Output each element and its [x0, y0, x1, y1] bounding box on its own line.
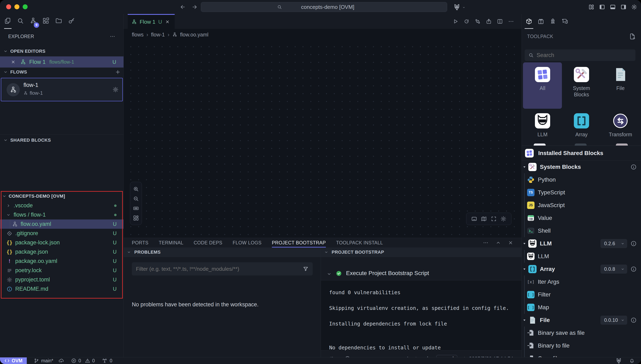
installed-block-javascript[interactable]: JSJavaScript: [522, 199, 641, 212]
activity-item-search[interactable]: [17, 17, 24, 26]
activity-item-folder[interactable]: [55, 17, 62, 26]
chevron-down-icon[interactable]: [462, 6, 465, 9]
panel-tab-ports[interactable]: PORTS: [132, 238, 149, 248]
auto-layout-icon[interactable]: [133, 215, 139, 221]
canvas-settings-gear-icon[interactable]: [500, 216, 506, 222]
activity-item-files[interactable]: [4, 17, 11, 26]
branch-indicator[interactable]: main*: [34, 358, 64, 364]
customize-layout-icon[interactable]: [588, 4, 594, 10]
remote-indicator[interactable]: OVM: [0, 358, 27, 364]
installed-block-binary-to-file[interactable]: Binary to file: [522, 339, 641, 352]
split-icon[interactable]: [497, 18, 503, 24]
expand-triangle-icon[interactable]: [522, 165, 527, 169]
fullscreen-icon[interactable]: [491, 216, 497, 222]
tree-item-pyproject.toml[interactable]: pyproject.tomlU: [0, 275, 124, 284]
panel-tab-project-bootstrap[interactable]: PROJECT BOOTSTRAP: [272, 238, 326, 248]
toggle-secondary-sidebar-icon[interactable]: [620, 4, 626, 10]
installed-block-copy-file[interactable]: Copy file: [522, 352, 641, 357]
panel-tab-toolpack-install[interactable]: TOOLPACK INSTALL: [336, 238, 383, 248]
installed-block-shell[interactable]: Shell: [522, 224, 641, 237]
info-icon[interactable]: [630, 164, 637, 170]
installed-block-python[interactable]: Python: [522, 173, 641, 186]
minimize-window-button[interactable]: [15, 4, 19, 9]
block-category-system-blocks[interactable]: System Blocks: [562, 62, 601, 109]
close-tab-icon[interactable]: [165, 19, 170, 24]
installed-block-typescript[interactable]: TSTypeScript: [522, 186, 641, 199]
problems-header[interactable]: PROBLEMS: [124, 248, 321, 257]
version-select[interactable]: 0.0.8: [600, 264, 627, 274]
close-editor-icon[interactable]: [11, 60, 16, 64]
installed-group-file[interactable]: File0.0.10: [522, 314, 641, 326]
tree-item-flow.oo.yaml[interactable]: flow.oo.yamlU: [0, 220, 124, 229]
installed-block-llm[interactable]: LLM: [522, 250, 641, 263]
filter-funnel-icon[interactable]: [303, 266, 309, 272]
project-section-header[interactable]: CONCEPTS-DEMO [OVM]: [2, 194, 65, 199]
breadcrumb-item[interactable]: flow.oo.yaml: [180, 32, 208, 38]
run-icon[interactable]: [452, 18, 458, 24]
tree-item-.gitignore[interactable]: .gitignoreU: [0, 229, 124, 238]
rerun-icon[interactable]: [463, 18, 470, 24]
panel-tab-terminal[interactable]: TERMINAL: [159, 238, 184, 248]
problems-filter-input[interactable]: [136, 266, 303, 272]
tab-toolpack-cube-icon[interactable]: [525, 18, 532, 25]
installed-block-filter[interactable]: [ ]Filter: [522, 288, 641, 301]
activity-item-flows[interactable]: 9: [30, 17, 37, 26]
toggle-primary-sidebar-icon[interactable]: [599, 4, 605, 10]
block-category-file[interactable]: File: [601, 62, 640, 109]
tree-item-package.oo.yaml[interactable]: !package.oo.yamlU: [0, 256, 124, 266]
activity-item-key[interactable]: [68, 17, 75, 26]
tree-item-poetry.lock[interactable]: poetry.lockU: [0, 266, 124, 275]
oomol-cat-icon[interactable]: [615, 358, 622, 364]
tree-item-package.json[interactable]: {}package.jsonU: [0, 247, 124, 256]
history-forward-icon[interactable]: [192, 4, 198, 10]
fit-width-icon[interactable]: [133, 205, 139, 212]
close-window-button[interactable]: [6, 4, 11, 9]
zoom-window-button[interactable]: [23, 4, 28, 9]
add-flow-icon[interactable]: [115, 69, 121, 75]
tree-item-.vscode[interactable]: .vscode: [0, 201, 124, 210]
close-panel-icon[interactable]: [508, 240, 513, 246]
project-bootstrap-header[interactable]: PROJECT BOOTSTRAP: [321, 248, 521, 257]
expand-triangle-icon[interactable]: [522, 241, 527, 246]
installed-group-system-blocks[interactable]: System Blocks: [522, 160, 641, 173]
zoom-in-icon[interactable]: [133, 186, 139, 192]
open-editors-section-header[interactable]: OPEN EDITORS: [3, 48, 46, 54]
problems-indicator[interactable]: 0 0: [71, 358, 95, 364]
flows-section-header[interactable]: FLOWS: [3, 69, 121, 75]
expand-triangle-icon[interactable]: [522, 318, 527, 322]
tree-item-package-lock.json[interactable]: {}package-lock.jsonU: [0, 238, 124, 247]
bootstrap-task-row[interactable]: Execute Project Bootstrap Script: [321, 257, 521, 280]
toolpack-search-field[interactable]: [525, 50, 635, 61]
info-icon[interactable]: [630, 240, 637, 247]
breadcrumb-item[interactable]: flows: [132, 32, 144, 38]
installed-group-array[interactable]: Array0.0.8: [522, 263, 641, 276]
tree-item-readme.md[interactable]: README.mdU: [0, 284, 124, 294]
installed-block-map[interactable]: [ ]Map: [522, 301, 641, 314]
ports-indicator[interactable]: 0: [102, 358, 112, 364]
more-actions-icon[interactable]: [110, 34, 115, 39]
version-select[interactable]: 0.2.6: [600, 239, 627, 248]
version-select[interactable]: 0.0.10: [600, 316, 627, 325]
more-icon[interactable]: [508, 18, 514, 24]
installed-group-llm[interactable]: LLM0.2.6: [522, 237, 641, 250]
history-back-icon[interactable]: [180, 4, 186, 10]
maximize-panel-icon[interactable]: [496, 240, 501, 246]
minimap-icon[interactable]: [481, 216, 487, 222]
flow-settings-gear-icon[interactable]: [113, 86, 119, 93]
publish-cloud-icon[interactable]: [58, 358, 64, 364]
command-center-search[interactable]: [201, 2, 447, 12]
toolpack-search-input[interactable]: [536, 52, 632, 58]
notifications-bell-icon[interactable]: [629, 358, 635, 364]
compare-icon[interactable]: [475, 18, 481, 24]
flow-canvas[interactable]: [124, 40, 521, 238]
tab-flow-1[interactable]: Flow 1 U: [128, 14, 175, 29]
tree-item-flows-flow-1[interactable]: flows / flow-1: [0, 210, 124, 220]
window-search-input[interactable]: [284, 4, 371, 10]
zoom-out-icon[interactable]: [133, 196, 139, 202]
activity-item-blocks[interactable]: [43, 17, 50, 26]
info-icon[interactable]: [630, 266, 637, 272]
block-category-all[interactable]: All: [523, 62, 562, 109]
installed-block-value[interactable]: Value: [522, 212, 641, 224]
breadcrumb-item[interactable]: flow-1: [151, 32, 165, 38]
panel-more-actions-icon[interactable]: [483, 240, 489, 246]
